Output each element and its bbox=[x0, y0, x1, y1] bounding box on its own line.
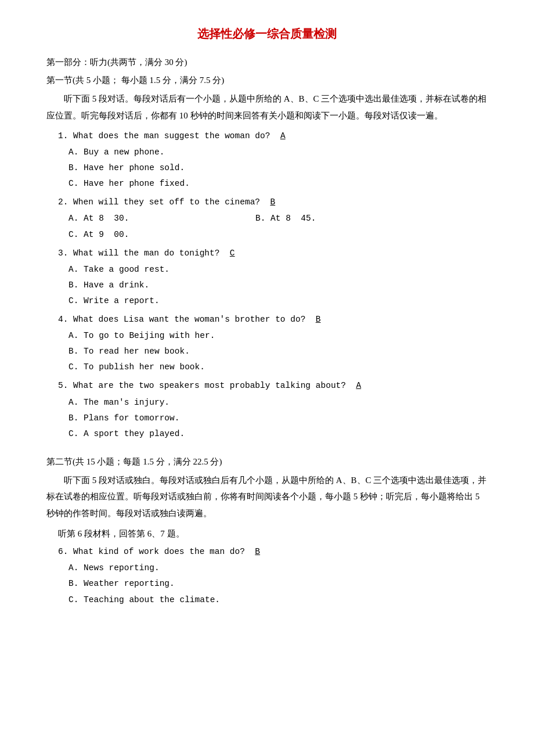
option-5a: A. The man's injury. bbox=[68, 395, 488, 410]
question-4-answer: B bbox=[316, 315, 321, 324]
option-6c: C. Teaching about the climate. bbox=[68, 592, 488, 607]
option-1b: B. Have her phone sold. bbox=[68, 160, 488, 175]
page-title: 选择性必修一综合质量检测 bbox=[46, 23, 488, 44]
option-4a: A. To go to Beijing with her. bbox=[68, 328, 488, 343]
option-1a: A. Buy a new phone. bbox=[68, 145, 488, 160]
question-4-text: 4. What does Lisa want the woman's broth… bbox=[58, 312, 488, 327]
question-3: 3. What will the man do tonight? C A. Ta… bbox=[46, 246, 488, 308]
option-2a: A. At 8 30. B. At 8 45. bbox=[68, 211, 488, 226]
option-4b: B. To read her new book. bbox=[68, 344, 488, 359]
option-1c: C. Have her phone fixed. bbox=[68, 176, 488, 191]
question-1-answer: A bbox=[280, 131, 286, 141]
question-6-text: 6. What kind of work does the man do? B bbox=[58, 544, 488, 559]
question-2-answer: B bbox=[270, 197, 275, 207]
option-3a: A. Take a good rest. bbox=[68, 262, 488, 277]
question-5-text: 5. What are the two speakers most probab… bbox=[58, 378, 488, 393]
option-4c: C. To publish her new book. bbox=[68, 359, 488, 375]
question-4: 4. What does Lisa want the woman's broth… bbox=[46, 312, 488, 375]
option-5b: B. Plans for tomorrow. bbox=[68, 411, 488, 426]
option-6a: A. News reporting. bbox=[68, 560, 488, 575]
question-2-text: 2. When will they set off to the cinema?… bbox=[58, 195, 488, 210]
question-1: 1. What does the man suggest the woman d… bbox=[46, 128, 488, 191]
section1-desc: 听下面 5 段对话。每段对话后有一个小题，从题中所给的 A、B、C 三个选项中选… bbox=[46, 91, 488, 124]
question-5-answer: A bbox=[356, 381, 361, 390]
section2-desc: 听下面 5 段对话或独白。每段对话或独白后有几个小题，从题中所给的 A、B、C … bbox=[46, 472, 488, 522]
question-3-text: 3. What will the man do tonight? C bbox=[58, 246, 488, 261]
question-6-answer: B bbox=[255, 547, 260, 556]
option-5c: C. A sport they played. bbox=[68, 426, 488, 441]
question-2-options-row1: A. At 8 30. B. At 8 45. bbox=[68, 211, 488, 226]
option-3b: B. Have a drink. bbox=[68, 278, 488, 293]
question-6: 6. What kind of work does the man do? B … bbox=[46, 544, 488, 607]
listen-note-6: 听第 6 段材料，回答第 6、7 题。 bbox=[58, 526, 488, 542]
part1-header: 第一部分：听力(共两节，满分 30 分) bbox=[46, 55, 488, 70]
question-2: 2. When will they set off to the cinema?… bbox=[46, 195, 488, 242]
question-3-answer: C bbox=[230, 249, 235, 258]
option-2c: C. At 9 00. bbox=[68, 227, 488, 242]
section2-header: 第二节(共 15 小题；每题 1.5 分，满分 22.5 分) bbox=[46, 454, 488, 470]
question-1-text: 1. What does the man suggest the woman d… bbox=[58, 128, 488, 143]
question-5: 5. What are the two speakers most probab… bbox=[46, 378, 488, 441]
section1-header: 第一节(共 5 小题； 每小题 1.5 分，满分 7.5 分) bbox=[46, 73, 488, 88]
option-3c: C. Write a report. bbox=[68, 293, 488, 308]
option-6b: B. Weather reporting. bbox=[68, 576, 488, 591]
